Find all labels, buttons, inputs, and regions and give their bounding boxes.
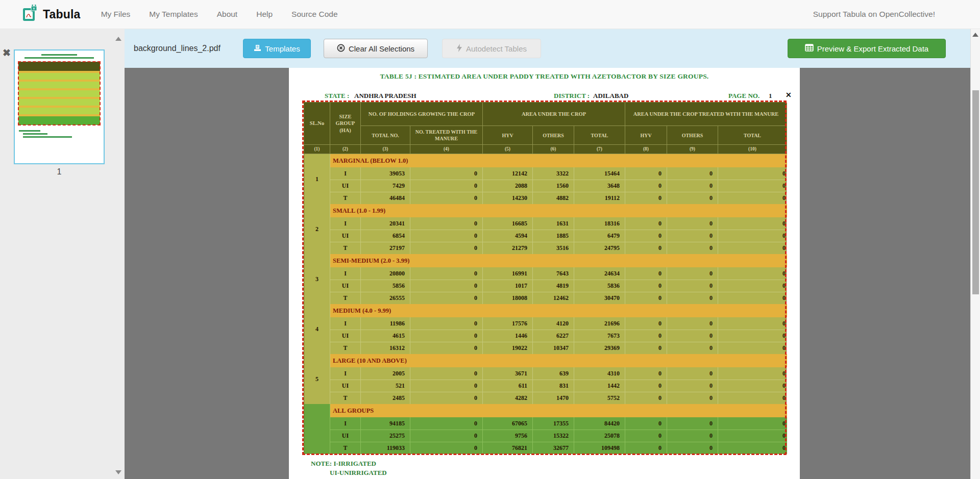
nav-item-my-templates[interactable]: My Templates bbox=[149, 10, 198, 19]
thumb-note-line bbox=[23, 133, 47, 135]
pdf-viewport: TABLE 5J : ESTIMATED AREA UNDER PADDY TR… bbox=[125, 68, 970, 479]
thumb-table bbox=[18, 62, 100, 125]
sidebar-scroll-down-icon[interactable] bbox=[115, 470, 121, 474]
autodetect-tables-button[interactable]: Autodetect Tables bbox=[442, 39, 541, 58]
selection-box[interactable] bbox=[302, 100, 787, 455]
clear-all-selections-label: Clear All Selections bbox=[349, 44, 414, 53]
thumbnail-page-number: 1 bbox=[14, 167, 105, 177]
clear-selections-icon bbox=[337, 44, 345, 54]
nav-item-my-files[interactable]: My Files bbox=[101, 10, 131, 19]
page-no-label: PAGE NO. bbox=[728, 92, 760, 100]
lightning-icon bbox=[456, 44, 462, 54]
scrollbar-thumb[interactable] bbox=[972, 90, 979, 294]
clear-all-selections-button[interactable]: Clear All Selections bbox=[324, 39, 428, 58]
page-no-value: 1 bbox=[769, 92, 772, 100]
remove-file-icon[interactable]: ✖ bbox=[3, 48, 11, 58]
open-filename: background_lines_2.pdf bbox=[134, 29, 220, 68]
scrollbar-up-icon[interactable] bbox=[972, 33, 978, 37]
thumb-note-line bbox=[23, 136, 72, 138]
pdf-note-line-2: UI-UNIRRIGATED bbox=[330, 469, 387, 477]
tabula-logo-icon bbox=[22, 5, 38, 24]
toolbar: background_lines_2.pdf Templates Clear A… bbox=[125, 29, 970, 68]
table-grid-icon bbox=[805, 44, 814, 53]
district-label: DISTRICT : bbox=[554, 92, 590, 100]
preview-export-button[interactable]: Preview & Export Extracted Data bbox=[788, 39, 946, 58]
autodetect-tables-label: Autodetect Tables bbox=[466, 44, 527, 53]
nav-links: My Files My Templates About Help Source … bbox=[101, 10, 338, 19]
thumb-selection-box bbox=[18, 61, 101, 125]
templates-label: Templates bbox=[265, 44, 300, 53]
pdf-note-line-1: NOTE: I-IRRIGATED bbox=[311, 460, 376, 468]
tabula-app: Tabula My Files My Templates About Help … bbox=[0, 0, 980, 479]
nav-item-help[interactable]: Help bbox=[256, 10, 273, 19]
district-value: ADILABAD bbox=[593, 92, 628, 100]
navbar: Tabula My Files My Templates About Help … bbox=[0, 0, 980, 29]
state-label: STATE : bbox=[325, 92, 349, 100]
templates-icon bbox=[254, 44, 261, 53]
thumb-note-line bbox=[19, 130, 40, 132]
state-value: ANDHRA PRADESH bbox=[354, 92, 416, 100]
selection-close-icon[interactable]: ✕ bbox=[786, 91, 792, 98]
page-thumbnail[interactable] bbox=[14, 49, 105, 164]
thumb-title-line bbox=[41, 54, 77, 56]
pdf-table-title: TABLE 5J : ESTIMATED AREA UNDER PADDY TR… bbox=[289, 72, 800, 81]
preview-export-label: Preview & Export Extracted Data bbox=[817, 44, 928, 53]
nav-item-source-code[interactable]: Source Code bbox=[291, 10, 337, 19]
templates-button[interactable]: Templates bbox=[243, 39, 311, 58]
nav-item-about[interactable]: About bbox=[217, 10, 238, 19]
brand-name: Tabula bbox=[43, 8, 81, 21]
support-link[interactable]: Support Tabula on OpenCollective! bbox=[813, 10, 980, 19]
brand[interactable]: Tabula bbox=[22, 5, 81, 24]
thumb-subtitle-line bbox=[24, 57, 94, 59]
main-scrollbar[interactable] bbox=[970, 29, 980, 479]
pdf-page-canvas[interactable]: TABLE 5J : ESTIMATED AREA UNDER PADDY TR… bbox=[289, 68, 800, 479]
sidebar-scroll-up-icon[interactable] bbox=[115, 37, 121, 41]
